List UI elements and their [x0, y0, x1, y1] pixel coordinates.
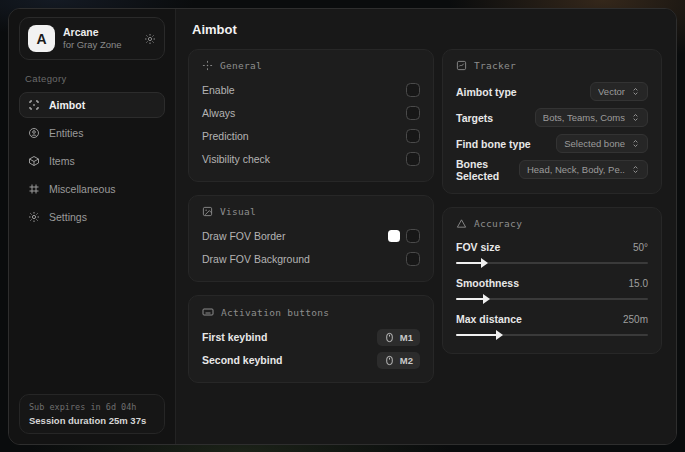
- setting-row: Targets Bots, Teams, Coms: [456, 105, 648, 130]
- setting-row: First keybind M1: [202, 326, 420, 348]
- accuracy-card: Accuracy FOV size 50°: [442, 207, 662, 354]
- sidebar-item-aimbot[interactable]: Aimbot: [19, 92, 165, 118]
- card-title: Accuracy: [474, 218, 522, 229]
- sidebar-item-label: Settings: [49, 211, 87, 223]
- brand-card: A Arcane for Gray Zone: [19, 17, 165, 60]
- arcane-logo: A: [28, 25, 55, 52]
- setting-label: Prediction: [202, 130, 249, 142]
- select-value: Head, Neck, Body, Pe..: [527, 164, 625, 175]
- slider-thumb[interactable]: [481, 258, 488, 268]
- fov-size-slider[interactable]: [456, 259, 648, 267]
- setting-row: Draw FOV Background: [202, 248, 420, 270]
- setting-label: Bones Selected: [456, 158, 519, 182]
- setting-label: Draw FOV Background: [202, 253, 310, 265]
- gear-icon[interactable]: [144, 33, 156, 45]
- grid-icon: [28, 183, 40, 195]
- sidebar-item-label: Aimbot: [49, 99, 85, 111]
- setting-label: Draw FOV Border: [202, 230, 285, 242]
- setting-row: Always: [202, 102, 420, 124]
- main-panel: Aimbot General En: [176, 9, 676, 444]
- session-duration-text: Session duration 25m 37s: [29, 415, 155, 426]
- page-title: Aimbot: [192, 22, 660, 37]
- sidebar-item-label: Entities: [49, 127, 83, 139]
- prediction-checkbox[interactable]: [406, 129, 420, 143]
- aimbot-type-select[interactable]: Vector: [590, 82, 648, 101]
- entities-icon: [28, 127, 40, 139]
- setting-row: Aimbot type Vector: [456, 79, 648, 104]
- card-title: Activation buttons: [221, 307, 329, 318]
- draw-fov-border-checkbox[interactable]: [406, 229, 420, 243]
- setting-row: Prediction: [202, 125, 420, 147]
- enable-checkbox[interactable]: [406, 83, 420, 97]
- setting-row: Enable: [202, 79, 420, 101]
- slider-fill: [456, 262, 483, 264]
- second-keybind-button[interactable]: M2: [377, 352, 420, 369]
- select-value: Selected bone: [564, 138, 625, 149]
- slider-thumb[interactable]: [483, 294, 490, 304]
- smoothness-slider[interactable]: [456, 295, 648, 303]
- sidebar-item-settings[interactable]: Settings: [19, 204, 165, 230]
- select-value: Bots, Teams, Coms: [543, 112, 625, 123]
- sidebar: A Arcane for Gray Zone Category: [9, 9, 176, 444]
- card-title: Visual: [220, 206, 256, 217]
- find-bone-type-select[interactable]: Selected bone: [556, 134, 648, 153]
- setting-label: Second keybind: [202, 354, 283, 366]
- general-card: General Enable Always Prediction: [188, 49, 434, 182]
- first-keybind-button[interactable]: M1: [377, 329, 420, 346]
- setting-row: Second keybind M2: [202, 349, 420, 371]
- brand-name: Arcane: [63, 26, 136, 39]
- setting-row: Draw FOV Border: [202, 225, 420, 247]
- sidebar-item-miscellaneous[interactable]: Miscellaneous: [19, 176, 165, 202]
- slider-row: Smoothness 15.0: [456, 273, 648, 303]
- trend-box-icon: [456, 60, 467, 71]
- brand-text: Arcane for Gray Zone: [63, 26, 136, 51]
- keybind-value: M1: [400, 332, 413, 343]
- card-title: Tracker: [474, 60, 516, 71]
- setting-row: Find bone type Selected bone: [456, 131, 648, 156]
- targets-select[interactable]: Bots, Teams, Coms: [535, 108, 648, 127]
- slider-fill: [456, 298, 485, 300]
- visibility-check-checkbox[interactable]: [406, 152, 420, 166]
- crosshair-icon: [28, 99, 40, 111]
- setting-label: Find bone type: [456, 138, 531, 150]
- max-distance-value: 250m: [623, 314, 648, 325]
- bones-selected-select[interactable]: Head, Neck, Body, Pe..: [519, 160, 648, 179]
- setting-label: Targets: [456, 112, 493, 124]
- draw-fov-background-checkbox[interactable]: [406, 252, 420, 266]
- slider-row: FOV size 50°: [456, 237, 648, 267]
- visual-card: Visual Draw FOV Border Draw FOV Backgrou…: [188, 195, 434, 282]
- max-distance-slider[interactable]: [456, 331, 648, 339]
- fov-border-color-swatch[interactable]: [388, 230, 400, 242]
- crosshair-icon: [202, 60, 213, 71]
- setting-label: Enable: [202, 84, 235, 96]
- keyboard-icon: [202, 306, 214, 318]
- mouse-icon: [384, 355, 395, 366]
- accuracy-card-header: Accuracy: [456, 218, 648, 229]
- keybind-value: M2: [400, 355, 413, 366]
- always-checkbox[interactable]: [406, 106, 420, 120]
- fov-size-value: 50°: [633, 242, 648, 253]
- card-title: General: [220, 60, 262, 71]
- sidebar-item-entities[interactable]: Entities: [19, 120, 165, 146]
- tracker-card-header: Tracker: [456, 60, 648, 71]
- slider-thumb[interactable]: [496, 330, 503, 340]
- setting-label: First keybind: [202, 331, 267, 343]
- chevron-up-down-icon: [631, 139, 640, 148]
- smoothness-value: 15.0: [629, 278, 648, 289]
- setting-label: Max distance: [456, 313, 522, 325]
- sidebar-item-label: Items: [49, 155, 75, 167]
- column-left: General Enable Always Prediction: [188, 49, 434, 383]
- tracker-card: Tracker Aimbot type Vector: [442, 49, 662, 194]
- setting-label: Smoothness: [456, 277, 519, 289]
- chevron-up-down-icon: [631, 113, 640, 122]
- sidebar-item-items[interactable]: Items: [19, 148, 165, 174]
- triangle-icon: [456, 218, 467, 229]
- app-window: A Arcane for Gray Zone Category: [8, 8, 677, 445]
- category-label: Category: [25, 73, 163, 84]
- main-header: Aimbot: [176, 9, 676, 47]
- image-icon: [202, 206, 213, 217]
- setting-label: FOV size: [456, 241, 500, 253]
- setting-row: Bones Selected Head, Neck, Body, Pe..: [456, 157, 648, 182]
- mouse-icon: [384, 332, 395, 343]
- visual-card-header: Visual: [202, 206, 420, 217]
